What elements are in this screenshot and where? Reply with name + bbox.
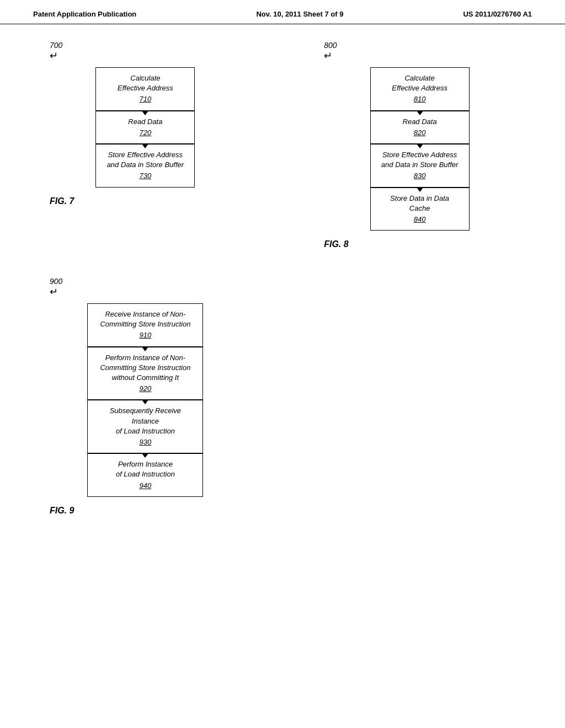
fig7-box-730: Store Effective Address and Data in Stor… (95, 144, 195, 188)
fig7-box-720-number: 720 (140, 128, 152, 138)
fig8-box-820-number: 820 (414, 128, 426, 138)
fig7-box-710-number: 710 (140, 94, 152, 104)
fig8-box-830-number: 830 (414, 171, 426, 181)
fig8-box-840-number: 840 (414, 215, 426, 224)
fig8-box-820: Read Data 820 (370, 111, 470, 144)
fig8-box-840-line1: Store Data in Data (390, 194, 449, 204)
page: Patent Application Publication Nov. 10, … (0, 0, 565, 728)
fig8-box-840: Store Data in Data Cache 840 (370, 188, 470, 231)
fig9-box-930-line2: of Load Instruction (116, 426, 175, 436)
fig7-ref-area: 700 ↵ (50, 41, 62, 62)
fig7-box-710-line2: Effective Address (118, 83, 173, 93)
page-header: Patent Application Publication Nov. 10, … (0, 0, 565, 24)
fig7-box-710: Calculate Effective Address 710 (95, 67, 195, 111)
fig8-flowchart: Calculate Effective Address 810 Read Dat… (307, 67, 532, 231)
fig7-flowchart: Calculate Effective Address 710 Read Dat… (33, 67, 258, 188)
fig9-box-920-number: 920 (140, 384, 152, 394)
fig7-box-710-line1: Calculate (130, 73, 160, 83)
figures-bottom-row: 900 ↵ Receive Instance of Non- Committin… (33, 277, 532, 516)
fig8-ref-area: 800 ↵ (324, 41, 337, 62)
fig9-box-920-line3: without Committing It (112, 373, 179, 383)
main-content: 700 ↵ Calculate Effective Address 710 (0, 24, 565, 532)
figures-top-row: 700 ↵ Calculate Effective Address 710 (33, 41, 532, 249)
fig8-box-840-line2: Cache (409, 204, 430, 213)
fig9-box-910-number: 910 (140, 330, 152, 340)
fig8-box-810-line1: Calculate (404, 73, 434, 83)
fig9-box-940: Perform Instance of Load Instruction 940 (87, 453, 203, 497)
fig7-caption: FIG. 7 (50, 196, 74, 206)
figure-9-col: 900 ↵ Receive Instance of Non- Committin… (33, 277, 258, 516)
fig8-box-810: Calculate Effective Address 810 (370, 67, 470, 111)
fig9-box-940-line1: Perform Instance (118, 459, 173, 469)
fig8-box-830: Store Effective Address and Data in Stor… (370, 144, 470, 188)
fig7-box-720: Read Data 720 (95, 111, 195, 144)
figure-7-col: 700 ↵ Calculate Effective Address 710 (33, 41, 258, 249)
fig8-curved-arrow-icon: ↵ (324, 50, 332, 62)
fig9-box-930: Subsequently Receive Instance of Load In… (87, 400, 203, 453)
fig8-box-810-number: 810 (414, 94, 426, 104)
fig9-box-920-line1: Perform Instance of Non- (105, 353, 185, 363)
fig8-box-810-line2: Effective Address (392, 83, 447, 93)
fig8-box-830-line1: Store Effective Address (382, 150, 457, 160)
header-right: US 2011/0276760 A1 (463, 10, 532, 18)
fig7-box-730-line1: Store Effective Address (108, 150, 183, 160)
fig9-flowchart: Receive Instance of Non- Committing Stor… (33, 303, 258, 497)
fig7-box-720-line1: Read Data (128, 117, 162, 127)
fig7-box-730-number: 730 (140, 171, 152, 181)
fig9-box-930-line1: Subsequently Receive Instance (95, 406, 195, 426)
fig9-box-920-line2: Committing Store Instruction (100, 363, 190, 373)
fig8-box-830-line2: and Data in Store Buffer (381, 160, 458, 170)
fig9-caption: FIG. 9 (50, 506, 74, 516)
fig7-ref-number: 700 (50, 41, 62, 50)
fig9-box-940-line2: of Load Instruction (116, 469, 175, 479)
fig9-ref-number: 900 (50, 277, 62, 286)
fig8-caption: FIG. 8 (324, 239, 348, 249)
fig7-curved-arrow-icon: ↵ (50, 50, 58, 62)
fig9-box-920: Perform Instance of Non- Committing Stor… (87, 347, 203, 400)
fig8-box-820-line1: Read Data (403, 117, 437, 127)
fig9-box-910-line1: Receive Instance of Non- (105, 309, 185, 319)
fig9-curved-arrow-icon: ↵ (50, 286, 58, 298)
fig9-box-940-number: 940 (140, 481, 152, 491)
header-left: Patent Application Publication (33, 10, 136, 18)
fig9-box-910: Receive Instance of Non- Committing Stor… (87, 303, 203, 347)
header-middle: Nov. 10, 2011 Sheet 7 of 9 (256, 10, 343, 18)
fig9-ref-area: 900 ↵ (50, 277, 62, 298)
fig9-box-910-line2: Committing Store Instruction (100, 319, 190, 329)
fig9-box-930-number: 930 (140, 437, 152, 447)
fig9-ref-label: 900 ↵ (50, 277, 62, 298)
fig7-ref-label: 700 ↵ (50, 41, 62, 62)
fig8-ref-number: 800 (324, 41, 337, 50)
figure-8-col: 800 ↵ Calculate Effective Address 810 (307, 41, 532, 249)
fig7-box-730-line2: and Data in Store Buffer (107, 160, 184, 170)
fig8-ref-label: 800 ↵ (324, 41, 337, 62)
